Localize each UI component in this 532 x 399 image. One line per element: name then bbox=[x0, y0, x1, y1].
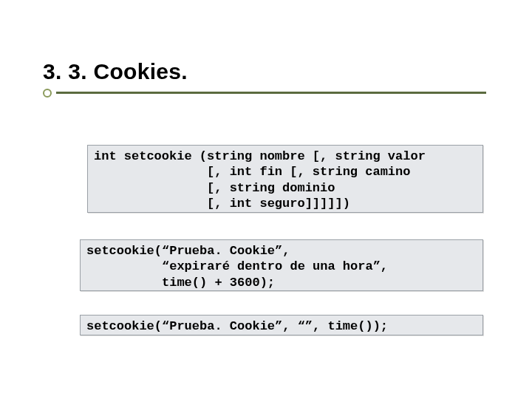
title-area: 3. 3. Cookies. bbox=[43, 59, 489, 98]
slide-title: 3. 3. Cookies. bbox=[43, 59, 489, 84]
code-block-signature: int setcookie (string nombre [, string v… bbox=[87, 145, 483, 213]
slide: 3. 3. Cookies. int setcookie (string nom… bbox=[0, 0, 532, 399]
code-block-example-set: setcookie(“Prueba. Cookie”, “expiraré de… bbox=[80, 239, 483, 291]
code-block-example-expire: setcookie(“Prueba. Cookie”, “”, time()); bbox=[80, 315, 483, 335]
bullet-icon bbox=[43, 89, 52, 98]
underline-line bbox=[56, 92, 486, 94]
title-underline bbox=[43, 89, 486, 98]
